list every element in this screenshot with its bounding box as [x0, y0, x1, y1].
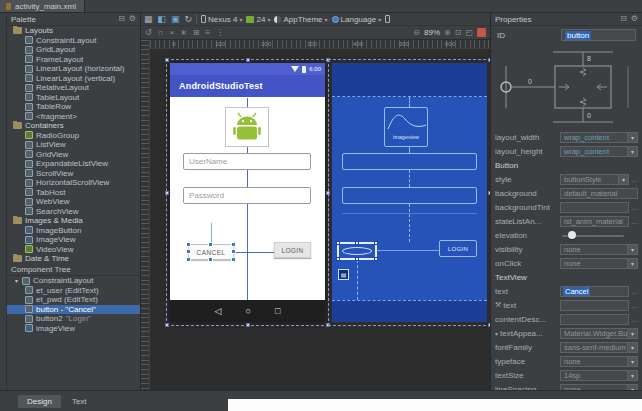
palette-item[interactable]: ImageButton [7, 226, 140, 236]
tree-item[interactable]: imageView [7, 324, 140, 334]
design-canvas[interactable]: 0100200300400500600700 6:00 AndroidStudi… [141, 40, 490, 390]
palette-grid-icon[interactable]: ▦ [144, 15, 153, 24]
zoom-fit-button[interactable]: ⊡ [455, 29, 462, 37]
clear-constraints-icon[interactable]: × [169, 29, 174, 37]
blueprint-username-field[interactable] [342, 153, 477, 170]
more-button[interactable]: … [631, 302, 638, 309]
gear-icon[interactable]: ⚙ [631, 15, 638, 23]
palette-item[interactable]: TableRow [7, 102, 140, 112]
bottom-tab-design[interactable]: Design [18, 395, 61, 408]
chevron-down-icon[interactable]: ▾ [627, 329, 637, 338]
theme-selector[interactable]: AppTheme ▾ [274, 15, 327, 24]
palette-item[interactable]: ScrollView [7, 169, 140, 179]
design-surface[interactable]: 6:00 AndroidStudioTest [170, 63, 325, 322]
palette-section[interactable]: Images & Media [7, 216, 140, 226]
property-field-backgroundTint[interactable] [560, 202, 629, 213]
blueprint-surface[interactable]: imageview ▤ LOGIN [332, 63, 487, 322]
palette-item[interactable]: ExpandableListView [7, 159, 140, 169]
margin-bottom-value[interactable]: 0 [587, 112, 591, 119]
property-combo-layoutwidth[interactable]: wrap_content▾ [560, 132, 638, 143]
blueprint-cancel-button[interactable] [337, 242, 377, 260]
chevron-down-icon[interactable]: ▾ [627, 133, 637, 142]
elevation-slider[interactable] [560, 230, 638, 241]
property-field-stateListAn[interactable]: ist_anim_material [560, 216, 629, 227]
pan-button[interactable]: ◰ [465, 29, 473, 37]
palette-item[interactable]: GridLayout [7, 45, 140, 55]
slider-knob[interactable] [568, 231, 576, 239]
gear-icon[interactable]: ⚙ [129, 15, 136, 23]
more-button[interactable]: … [631, 288, 638, 295]
chevron-down-icon[interactable]: ▾ [618, 175, 628, 184]
id-input[interactable]: button [561, 29, 636, 41]
palette-section[interactable]: Layouts [7, 26, 140, 36]
cancel-button[interactable]: CANCEL [188, 244, 234, 260]
stop-button[interactable] [477, 28, 486, 37]
default-margins-icon[interactable]: ⊞ [193, 29, 200, 37]
palette-item[interactable]: TabHost [7, 188, 140, 198]
username-field[interactable]: UserName [183, 153, 311, 170]
palette-item[interactable]: ConstraintLayout [7, 36, 140, 46]
collapse-icon[interactable]: ⊟ [118, 15, 125, 23]
more-icon[interactable]: ⋮ [216, 29, 224, 37]
property-combo-fontFamily[interactable]: sans-serif-medium▾ [560, 342, 638, 353]
more-button[interactable]: … [631, 218, 638, 225]
palette-item[interactable]: ImageView [7, 235, 140, 245]
chevron-down-icon[interactable]: ▾ [627, 259, 637, 268]
palette-item[interactable]: TableLayout [7, 93, 140, 103]
constraint-widget-editor[interactable]: 8 0 0 [491, 44, 642, 130]
login-button[interactable]: LOGIN [274, 242, 311, 258]
property-field-contentDesc[interactable] [560, 314, 629, 325]
more-button[interactable]: … [631, 204, 638, 211]
chevron-down-icon[interactable]: ▾ [627, 147, 637, 156]
palette-item[interactable]: LinearLayout (vertical) [7, 74, 140, 84]
palette-item[interactable]: <fragment> [7, 112, 140, 122]
magnet-autoconnect-icon[interactable]: ∩ [158, 29, 164, 37]
chevron-down-icon[interactable]: ▾ [627, 371, 637, 380]
more-button[interactable]: … [631, 316, 638, 323]
margin-top-value[interactable]: 8 [587, 55, 591, 62]
home-icon[interactable]: ○ [246, 307, 251, 316]
property-combo-typeface[interactable]: none▾ [560, 356, 638, 367]
device-selector[interactable]: Nexus 4 ▾ [201, 15, 242, 24]
chevron-down-icon[interactable]: ▾ [627, 245, 637, 254]
palette-item[interactable]: SearchView [7, 207, 140, 217]
palette-item[interactable]: WebView [7, 197, 140, 207]
property-combo-textAppea[interactable]: Material.Widget.Button▾ [560, 328, 638, 339]
blueprint-login-button[interactable]: LOGIN [439, 240, 477, 257]
chevron-down-icon[interactable]: ▾ [627, 357, 637, 366]
imageview-widget[interactable] [225, 107, 269, 147]
palette-item[interactable]: RadioGroup [7, 131, 140, 141]
language-selector[interactable]: Language ▾ [332, 15, 382, 24]
palette-item[interactable]: ListView [7, 140, 140, 150]
property-combo-visibility[interactable]: none▾ [560, 244, 638, 255]
more-button[interactable]: … [631, 176, 638, 183]
palette-item[interactable]: HorizontalScrollView [7, 178, 140, 188]
collapse-icon[interactable]: ⊟ [620, 15, 627, 23]
zoom-out-button[interactable]: ⊖ [413, 29, 420, 37]
palette-item[interactable]: GridView [7, 150, 140, 160]
property-combo-onClick[interactable]: none▾ [560, 258, 638, 269]
tree-item[interactable]: button - "Cancel" [7, 305, 140, 315]
password-field[interactable]: Password [183, 187, 311, 204]
palette-section[interactable]: Date & Time [7, 254, 140, 263]
expander-icon[interactable]: ▾ [495, 330, 498, 337]
tree-item[interactable]: ▾ConstraintLayout [7, 276, 140, 286]
palette-section[interactable]: Containers [7, 121, 140, 131]
tab-activity-main-xml[interactable]: activity_main.xml [0, 0, 85, 12]
property-field-text[interactable]: Cancel [560, 286, 629, 297]
expand-arrow-icon[interactable]: ▾ [15, 277, 22, 284]
property-combo-style[interactable]: buttonStyle▾ [560, 174, 629, 185]
palette-item[interactable]: RelativeLayout [7, 83, 140, 93]
blueprint-imageview[interactable]: imageview [384, 107, 428, 147]
back-icon[interactable]: ◁ [215, 307, 222, 316]
tree-item[interactable]: et_pwd (EditText) [7, 295, 140, 305]
property-combo-textSize[interactable]: 14sp▾ [560, 370, 638, 381]
recents-icon[interactable]: □ [275, 307, 280, 316]
property-field-text[interactable] [560, 300, 629, 311]
design-mode-icon[interactable]: ◧ [158, 15, 167, 24]
chevron-down-icon[interactable]: ▾ [627, 343, 637, 352]
tree-item[interactable]: et_user (EditText) [7, 286, 140, 296]
undo-icon[interactable]: ↺ [145, 29, 152, 37]
baseline-toggle-icon[interactable]: ▤ [338, 269, 349, 280]
palette-item[interactable]: LinearLayout (horizontal) [7, 64, 140, 74]
